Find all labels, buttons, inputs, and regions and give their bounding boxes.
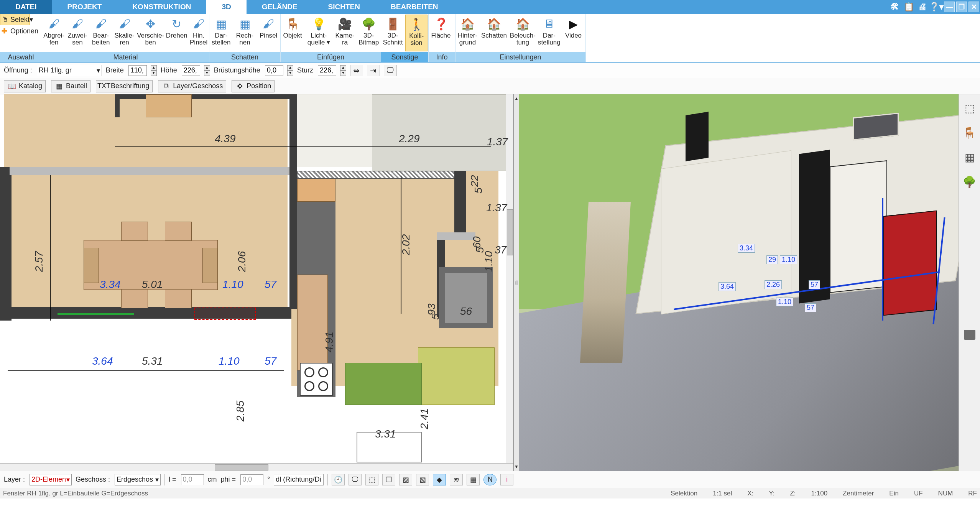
tool-objekt[interactable]: 🪑Objekt — [281, 15, 304, 51]
katalog-button[interactable]: 📖Katalog — [4, 80, 46, 92]
bauteil-button[interactable]: ▦Bauteil — [51, 80, 90, 92]
flip-h-icon[interactable]: ⇔ — [350, 65, 363, 76]
tab-projekt[interactable]: PROJEKT — [52, 0, 117, 14]
dim3d-label: 1.10 — [776, 298, 793, 306]
view2d-scroll-h[interactable] — [0, 463, 513, 471]
tool-kollision[interactable]: 🚶Kolli- sion — [405, 15, 428, 51]
view-splitter[interactable]: ▲░▼ — [514, 94, 519, 471]
tab-konstruktion[interactable]: KONSTRUKTION — [117, 0, 206, 14]
tab-gelaende[interactable]: GELÄNDE — [247, 0, 313, 14]
position-button[interactable]: ✥Position — [232, 80, 275, 92]
geschoss-dropdown[interactable]: Erdgeschos▾ — [115, 474, 161, 485]
layers2-icon[interactable]: ⬚ — [365, 474, 378, 485]
sturz-stepper[interactable]: ▲▼ — [340, 65, 346, 76]
tool-abgreifen[interactable]: 🖌Abgrei- fen — [43, 15, 65, 51]
tab-datei[interactable]: DATEI — [0, 0, 52, 14]
tool-kamera[interactable]: 🎥Kame- ra — [334, 15, 356, 51]
tool-verschieben[interactable]: ✥Verschie- ben — [137, 15, 164, 51]
tool-rechnen[interactable]: ▦Rech- nen — [234, 15, 256, 51]
dim-label-active: 3.64 — [92, 355, 113, 367]
dim-label: 2.29 — [399, 133, 420, 145]
group-einfuegen: Einfügen — [281, 52, 381, 62]
tool-darstellung[interactable]: 🖥Dar- stellung — [538, 15, 561, 51]
view3d-viewport[interactable]: 3.34292.261.103.641.105757 — [519, 94, 959, 471]
tool-zuweisen[interactable]: 🖌Zuwei- sen — [66, 15, 88, 51]
tab-sichten[interactable]: SICHTEN — [313, 0, 375, 14]
dim-label: 5.31 — [142, 355, 163, 367]
tool-3dschnitt[interactable]: 🚪3D- Schnitt — [382, 15, 404, 51]
tree-icon[interactable]: 🌳 — [962, 174, 977, 189]
hoehe-stepper[interactable]: ▲▼ — [204, 65, 210, 76]
monitor2-icon[interactable]: 🖵 — [349, 474, 362, 485]
tool-schatten-settings[interactable]: 🏠Schatten — [480, 15, 508, 51]
bruest-stepper[interactable]: ▲▼ — [287, 65, 293, 76]
minimize-button[interactable]: — — [944, 2, 955, 12]
dim3d-label: 29 — [766, 255, 778, 264]
options-tool[interactable]: Optionen — [0, 25, 42, 37]
tool-pinsel[interactable]: 🖌Pinsel — [257, 15, 280, 51]
stack-icon[interactable]: ≋ — [450, 474, 463, 485]
select-tool[interactable]: 🖱Selekt — [0, 14, 30, 25]
close-button[interactable]: ✕ — [968, 2, 979, 12]
sturz-input[interactable] — [318, 65, 336, 76]
help-icon[interactable]: ❔▾ — [931, 1, 942, 13]
tool-3dbitmap[interactable]: 🌳3D- Bitmap — [358, 15, 380, 51]
dim-label: 3.31 — [375, 428, 396, 440]
tool-beleuchtung[interactable]: 🏠Beleuch- tung — [509, 15, 536, 51]
tool-flaeche[interactable]: ❓Fläche — [429, 15, 452, 51]
tool-drehen[interactable]: ↻Drehen — [166, 15, 187, 51]
hatch2-icon[interactable]: ▧ — [416, 474, 429, 485]
breite-stepper[interactable]: ▲▼ — [151, 65, 157, 76]
tool-hintergrund[interactable]: 🏠Hinter- grund — [456, 15, 479, 51]
maximize-button[interactable]: ❐ — [956, 2, 967, 12]
dim-label: 2.06 — [236, 251, 248, 272]
palette-icon[interactable]: ▦ — [962, 150, 977, 165]
dim-label: 22 — [469, 175, 481, 187]
opening-dropdown[interactable]: RH 1flg. gr▾ — [37, 65, 102, 76]
layers-icon[interactable]: ⬚ — [962, 100, 977, 116]
hatch1-icon[interactable]: ▨ — [399, 474, 412, 485]
tool-skalieren[interactable]: 🖌Skalie- ren — [113, 15, 135, 51]
deg-unit: ° — [267, 475, 270, 484]
drawer-icon[interactable]: ⇥ — [367, 65, 380, 76]
flat-icon[interactable]: ◆ — [433, 474, 446, 485]
tab-3d[interactable]: 3D — [206, 0, 246, 14]
layer-dropdown[interactable]: 2D-Elemen▾ — [30, 474, 72, 485]
phi-input[interactable] — [240, 474, 263, 485]
bruest-input[interactable] — [265, 65, 283, 76]
tool-bearbeiten[interactable]: 🖌Bear- beiten — [90, 15, 112, 51]
group-material: Material — [42, 52, 209, 62]
dim-label: 4.39 — [215, 133, 236, 145]
tab-bearbeiten[interactable]: BEARBEITEN — [375, 0, 454, 14]
chair-icon[interactable]: 🪑 — [962, 125, 977, 140]
clipboard-icon[interactable]: 📋 — [903, 1, 914, 13]
mode-dropdown[interactable]: dl (Richtung/Di — [274, 474, 324, 485]
tool-video[interactable]: ▶Video — [562, 15, 585, 51]
info-icon[interactable]: i — [500, 474, 513, 485]
dim3d-label: 2.26 — [765, 280, 782, 289]
layergeschoss-button[interactable]: ⧉Layer/Geschoss — [158, 80, 226, 92]
clock-icon[interactable]: 🕘 — [332, 474, 345, 485]
hoehe-input[interactable] — [182, 65, 200, 76]
hoehe-label: Höhe — [161, 66, 177, 74]
north-icon[interactable]: N — [483, 474, 497, 485]
dim-label-active: 57 — [265, 278, 276, 291]
tool-darstellen[interactable]: ▦Dar- stellen — [210, 15, 232, 51]
group-schatten: Schatten — [209, 52, 280, 62]
l-input[interactable] — [181, 474, 204, 485]
duplicate-icon[interactable]: ❐ — [382, 474, 395, 485]
tool-hinpinsel[interactable]: 🖌Hin. Pinsel — [189, 15, 208, 51]
grid-icon[interactable]: ▦ — [467, 474, 480, 485]
breite-input[interactable] — [128, 65, 147, 76]
print-icon[interactable]: 🖨 — [917, 1, 928, 13]
side-panel-grip[interactable] — [964, 199, 975, 471]
l-label: l = — [169, 475, 176, 484]
dim3d-label: 57 — [805, 303, 816, 312]
floorplan-2d-viewport[interactable]: 4.392.291.372.572.065.012.022251.3760537… — [0, 94, 514, 471]
tool-lichtquelle[interactable]: 💡Licht- quelle ▾ — [305, 15, 332, 51]
monitor-icon[interactable]: 🖵 — [384, 65, 397, 76]
view2d-scroll-v[interactable] — [506, 94, 513, 463]
beschriftung-button[interactable]: TXTBeschriftung — [96, 80, 153, 92]
dim-label: 5.01 — [142, 278, 163, 291]
tools-icon[interactable]: 🛠 — [889, 1, 901, 13]
